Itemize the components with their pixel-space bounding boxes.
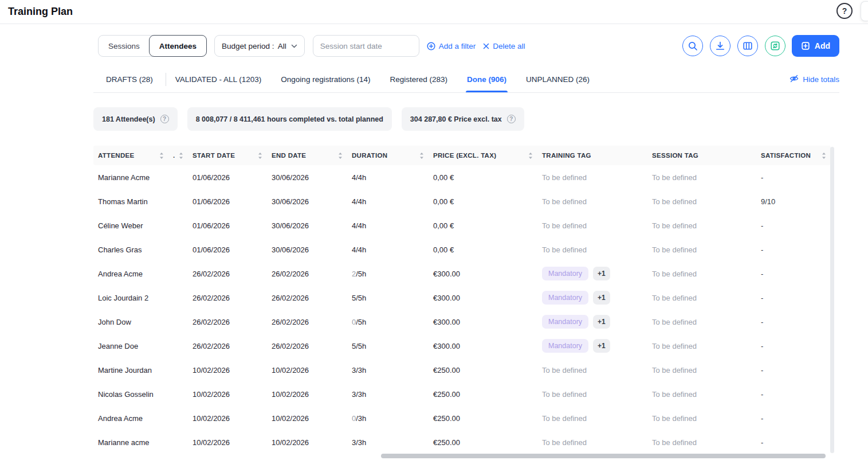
session-start-date-input[interactable] <box>313 35 419 57</box>
training-tag-placeholder: To be defined <box>542 245 587 254</box>
table-row[interactable]: Andrea Acme26/02/202626/02/20262/5h€300.… <box>93 262 831 286</box>
column-header-end_date[interactable]: END DATE <box>267 146 347 165</box>
cell-session-tag: To be defined <box>647 366 756 375</box>
more-tags-badge[interactable]: +1 <box>593 267 610 280</box>
table-row[interactable]: Andrea Acme10/02/202610/02/20260/3h€250.… <box>93 406 831 430</box>
column-header-price[interactable]: PRICE (EXCL. TAX) <box>429 146 537 165</box>
table-header: ATTENDEE.START DATEEND DATEDURATIONPRICE… <box>93 146 831 165</box>
column-label: START DATE <box>193 152 235 159</box>
add-button[interactable]: Add <box>792 35 839 57</box>
tab-drafts-28[interactable]: DRAFTS (28) <box>105 67 154 92</box>
sort-icon[interactable] <box>258 152 262 159</box>
column-header-satisfaction[interactable]: SATISFACTION <box>756 146 831 165</box>
columns-button[interactable] <box>737 36 758 56</box>
export-button[interactable] <box>765 36 785 56</box>
duration-completed: 3 <box>352 390 356 399</box>
plus-circle-icon <box>427 42 435 50</box>
duration-total: /4h <box>356 173 366 182</box>
table-row[interactable]: John Dow26/02/202626/02/20260/5h€300.00M… <box>93 310 831 334</box>
table-row[interactable]: Charles Gras01/06/202630/06/20264/4h0,00… <box>93 237 831 262</box>
table-row[interactable]: Marianne Acme01/06/202630/06/20264/4h0,0… <box>93 165 831 189</box>
cell-duration: 0/5h <box>347 318 429 326</box>
cell-end-date: 30/06/2026 <box>267 221 347 230</box>
sort-icon[interactable] <box>338 152 343 159</box>
view-toggle-sessions[interactable]: Sessions <box>99 36 150 56</box>
view-toggle: Sessions Attendees <box>98 35 207 57</box>
hide-totals-button[interactable]: Hide totals <box>790 75 839 84</box>
cell-session-tag: To be defined <box>647 390 756 399</box>
delete-all-button[interactable]: Delete all <box>483 42 525 50</box>
cell-session-tag: To be defined <box>647 318 756 326</box>
cell-satisfaction: - <box>756 414 831 423</box>
table-row[interactable]: Martine Jourdan10/02/202610/02/20263/3h€… <box>93 358 831 382</box>
sort-icon[interactable] <box>419 152 424 159</box>
tab-unplanned-26[interactable]: UNPLANNED (26) <box>525 67 591 92</box>
cell-session-tag: To be defined <box>647 245 756 254</box>
horizontal-scrollbar[interactable] <box>381 454 826 458</box>
chevron-down-icon <box>291 44 297 48</box>
search-button[interactable] <box>682 36 703 56</box>
toolbar-icon-group <box>682 36 785 56</box>
cell-duration: 4/4h <box>347 245 429 254</box>
summary-chip: 8 008,077 / 8 411,461 hours completed vs… <box>187 107 392 131</box>
cell-price: €250.00 <box>429 390 537 399</box>
column-header-extra[interactable]: . <box>168 146 188 165</box>
table-row[interactable]: Jeanne Doe26/02/202626/02/20265/5h€300.0… <box>93 334 831 358</box>
content: Sessions Attendees Budget period : All A… <box>0 35 868 454</box>
table-row[interactable]: Nicolas Gosselin10/02/202610/02/20263/3h… <box>93 382 831 406</box>
training-tag-placeholder: To be defined <box>542 173 587 182</box>
cell-end-date: 30/06/2026 <box>267 245 347 254</box>
cell-duration: 5/5h <box>347 294 429 302</box>
tab-done-906[interactable]: Done (906) <box>466 67 508 92</box>
cell-training-tag: To be defined <box>537 414 647 423</box>
column-label: PRICE (EXCL. TAX) <box>433 152 496 159</box>
table-row[interactable]: Loic Jourdain 226/02/202626/02/20265/5h€… <box>93 286 831 310</box>
vertical-scrollbar[interactable] <box>830 147 834 453</box>
budget-period-select[interactable]: Budget period : All <box>214 35 305 57</box>
tab-registered-283[interactable]: Registered (283) <box>388 67 449 92</box>
cell-end-date: 10/02/2026 <box>267 366 347 375</box>
info-icon[interactable]: ? <box>160 115 169 123</box>
columns-icon <box>743 41 753 51</box>
cell-start-date: 26/02/2026 <box>188 342 267 350</box>
tab-validated-all-1203[interactable]: VALIDATED - ALL (1203) <box>174 67 263 92</box>
budget-period-value: All <box>278 42 286 50</box>
cell-training-tag: To be defined <box>537 197 647 206</box>
add-filter-button[interactable]: Add a filter <box>427 42 476 50</box>
cell-attendee: Loic Jourdain 2 <box>93 294 188 302</box>
help-button[interactable]: ? <box>836 3 853 19</box>
tab-label: DRAFTS (28) <box>106 75 153 84</box>
delete-all-label: Delete all <box>493 42 525 50</box>
table-row[interactable]: Marianne acme10/02/202610/02/20263/3h€25… <box>93 430 831 454</box>
table-row[interactable]: Céline Weber01/06/202630/06/20264/4h0,00… <box>93 213 831 237</box>
download-button[interactable] <box>710 36 730 56</box>
session-tag-placeholder: To be defined <box>652 342 697 350</box>
duration-total: /3h <box>356 414 366 423</box>
more-tags-badge[interactable]: +1 <box>593 291 610 305</box>
cell-price: 0,00 € <box>429 245 537 254</box>
more-tags-badge[interactable]: +1 <box>593 315 610 329</box>
column-header-start_date[interactable]: START DATE <box>188 146 267 165</box>
cell-price: €250.00 <box>429 414 537 423</box>
cell-session-tag: To be defined <box>647 173 756 182</box>
sort-icon[interactable] <box>179 152 183 159</box>
duration-completed: 0 <box>352 318 356 326</box>
sort-icon[interactable] <box>159 152 164 159</box>
attendees-table: ATTENDEE.START DATEEND DATEDURATIONPRICE… <box>93 146 831 454</box>
sort-icon[interactable] <box>528 152 533 159</box>
info-icon[interactable]: ? <box>507 115 516 123</box>
partial-widget[interactable] <box>861 1 868 21</box>
view-toggle-attendees[interactable]: Attendees <box>149 35 207 57</box>
column-header-duration[interactable]: DURATION <box>347 146 429 165</box>
column-header-attendee[interactable]: ATTENDEE <box>93 146 168 165</box>
table-row[interactable]: Thomas Martin01/06/202630/06/20264/4h0,0… <box>93 189 831 213</box>
training-tag-placeholder: To be defined <box>542 414 587 423</box>
cell-satisfaction: - <box>756 245 831 254</box>
sort-icon[interactable] <box>822 152 826 159</box>
cell-attendee: Martine Jourdan <box>93 366 188 375</box>
cell-satisfaction: - <box>756 318 831 326</box>
tab-ongoing-registrations-14[interactable]: Ongoing registrations (14) <box>280 67 371 92</box>
more-tags-badge[interactable]: +1 <box>593 339 610 353</box>
cell-end-date: 10/02/2026 <box>267 390 347 399</box>
cell-training-tag: To be defined <box>537 245 647 254</box>
